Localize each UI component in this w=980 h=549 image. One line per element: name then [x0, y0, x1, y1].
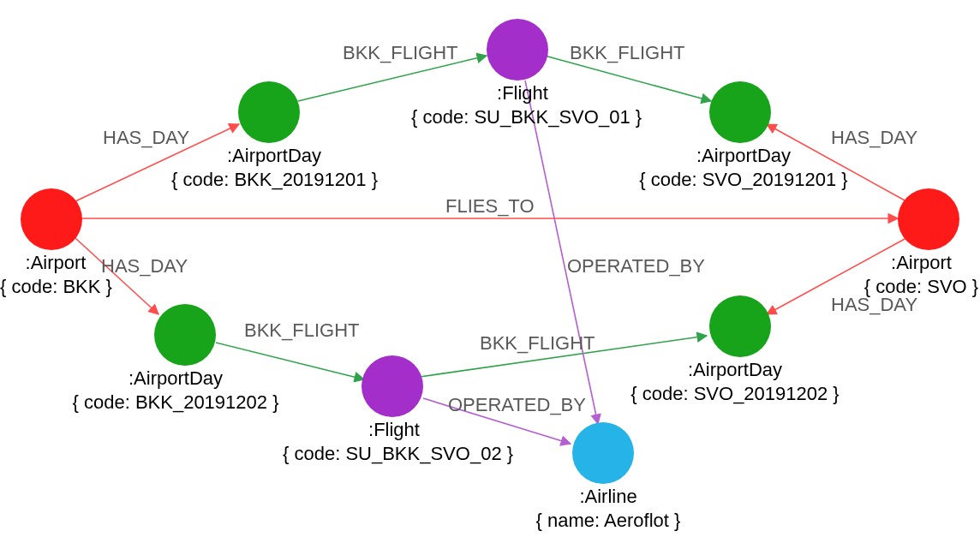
- edge-label-operated-by-1: OPERATED_BY: [567, 255, 705, 277]
- graph-canvas: HAS_DAY HAS_DAY HAS_DAY HAS_DAY FLIES_TO…: [0, 0, 980, 549]
- label-flight-2: :Flight { code: SU_BKK_SVO_02 }: [283, 418, 505, 465]
- label-airport-bkk-props: { code: BKK }: [0, 276, 112, 297]
- node-flight-2: [362, 355, 423, 417]
- label-airline: :Airline { name: Aeroflot }: [523, 485, 694, 532]
- label-airportday-bkk-1: :AirportDay { code: BKK_20191201 }: [171, 144, 377, 191]
- node-airport-bkk: [21, 188, 82, 250]
- label-airportday-bkk-1-type: :AirportDay: [227, 145, 321, 166]
- label-airport-svo-props: { code: SVO }: [864, 276, 978, 297]
- label-airportday-svo-1-props: { code: SVO_20191201 }: [639, 169, 847, 190]
- label-airline-type: :Airline: [579, 486, 636, 507]
- node-flight-1: [487, 19, 548, 81]
- edge-label-has-day-2: HAS_DAY: [101, 255, 188, 277]
- edge-label-flies-to: FLIES_TO: [445, 195, 535, 218]
- node-airport-svo: [898, 188, 959, 250]
- edge-label-bkk-flight-4: BKK_FLIGHT: [480, 332, 595, 355]
- node-airportday-bkk-2: [154, 304, 216, 366]
- node-airline: [572, 422, 634, 484]
- label-flight-2-type: :Flight: [368, 419, 420, 440]
- label-airportday-bkk-2: :AirportDay { code: BKK_20191202 }: [69, 367, 283, 414]
- edge-operated-by-1: [525, 81, 598, 424]
- label-airportday-svo-1-type: :AirportDay: [696, 145, 791, 166]
- label-airport-bkk-type: :Airport: [26, 252, 87, 273]
- label-airline-props: { name: Aeroflot }: [536, 510, 681, 531]
- node-airportday-svo-1: [709, 81, 771, 143]
- label-airportday-svo-2-props: { code: SVO_20191202 }: [630, 383, 839, 404]
- label-airportday-bkk-2-type: :AirportDay: [128, 367, 223, 389]
- edge-label-bkk-flight-2: BKK_FLIGHT: [570, 42, 684, 64]
- label-airportday-svo-2-type: :AirportDay: [688, 359, 782, 380]
- edge-label-bkk-flight-3: BKK_FLIGHT: [244, 319, 359, 342]
- edge-label-bkk-flight-1: BKK_FLIGHT: [343, 42, 457, 64]
- label-airport-svo: :Airport { code: SVO }: [863, 251, 979, 298]
- label-airport-svo-type: :Airport: [891, 252, 952, 273]
- edge-label-operated-by-2: OPERATED_BY: [448, 394, 586, 416]
- label-flight-1-type: :Flight: [497, 82, 548, 104]
- label-airportday-bkk-1-props: { code: BKK_20191201 }: [171, 169, 378, 190]
- node-airportday-bkk-1: [238, 81, 300, 143]
- label-airport-bkk: :Airport { code: BKK }: [0, 251, 111, 298]
- label-airportday-svo-1: :AirportDay { code: SVO_20191201 }: [636, 144, 851, 191]
- label-airportday-svo-2: :AirportDay { code: SVO_20191202 }: [619, 358, 851, 405]
- label-flight-2-props: { code: SU_BKK_SVO_02 }: [283, 443, 513, 464]
- label-flight-1: :Flight { code: SU_BKK_SVO_01 }: [411, 81, 634, 128]
- label-airportday-bkk-2-props: { code: BKK_20191202 }: [73, 391, 279, 413]
- label-flight-1-props: { code: SU_BKK_SVO_01 }: [411, 106, 642, 128]
- node-airportday-svo-2: [709, 295, 771, 357]
